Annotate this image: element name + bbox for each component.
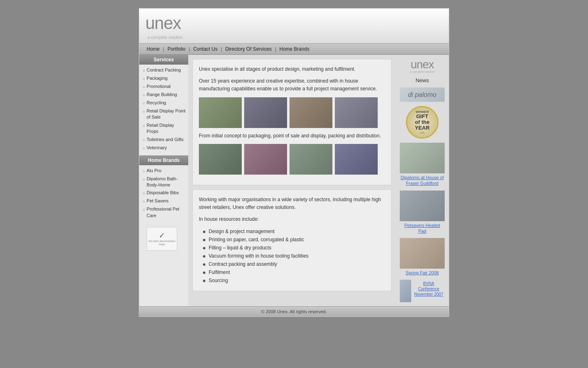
news-item-springfair[interactable]: Spring Fair 2008 xyxy=(400,238,445,276)
footer: © 2008 Unex. All rights reserved. xyxy=(139,306,449,316)
bullet-icon: ○ xyxy=(143,137,145,143)
bullet-dot-icon xyxy=(203,247,205,249)
sidebar-item-toiletries[interactable]: ○ Toiletries and Gifts xyxy=(139,136,188,144)
bullet-icon: ○ xyxy=(143,191,145,196)
sidebar-item-contract-packing[interactable]: ○ Contract Packing xyxy=(139,66,188,74)
site-logo: unex xyxy=(145,15,183,32)
sidebar-item-label: Retail Display Props xyxy=(147,122,186,135)
photo-7 xyxy=(290,144,332,175)
bullet-icon: ○ xyxy=(143,68,145,74)
news-thumb-image xyxy=(400,143,445,173)
nav-portfolio[interactable]: Portfolio xyxy=(164,46,189,52)
sidebar-item-label: Retail Display Point of Sale xyxy=(147,108,186,121)
footer-text: © 2008 Unex. All rights reserved. xyxy=(261,309,327,314)
news-item-bvna[interactable]: BVNA Conference November 2007 xyxy=(400,280,445,302)
from-concept: From initial concept to packaging, point… xyxy=(199,132,385,140)
photo-6 xyxy=(244,144,287,175)
sidebar-item-recycling[interactable]: ○ Recycling xyxy=(139,99,188,107)
bullet-icon: ○ xyxy=(143,109,145,114)
sidebar-item-label: Range Building xyxy=(147,92,186,98)
sidebar-item-label: Disposable Bibs xyxy=(147,190,186,196)
sidebar-item-veterinary[interactable]: ○ Veterinary xyxy=(139,144,188,152)
sidebar-item-packaging[interactable]: ○ Packaging xyxy=(139,74,188,83)
intro-box: Unex specialise in all stages of product… xyxy=(192,59,392,185)
photo-5 xyxy=(199,144,242,175)
photo-4 xyxy=(335,97,378,128)
list-item: Printing on paper, card, corrugated & pl… xyxy=(203,236,385,244)
main-navigation: Home | Portfolio | Contact Us | Director… xyxy=(139,43,449,55)
sidebar-item-label: Alu Pro xyxy=(147,168,186,174)
intro-p2: Over 15 years experience and creative ex… xyxy=(199,77,385,93)
bullet-icon: ○ xyxy=(143,168,145,174)
bullet-dot-icon xyxy=(203,280,205,282)
dipalomo-brand-logo: di palomo xyxy=(400,88,445,102)
sidebar-item-pet-savers[interactable]: ○ Pet Savers xyxy=(139,197,188,205)
working-box: Working with major organisations in a wi… xyxy=(192,189,392,292)
sidebar-homebrands-header: Home Brands xyxy=(139,155,188,165)
checkmark-icon: ✓ xyxy=(159,231,165,240)
sidebar-item-label: Toiletries and Gifts xyxy=(147,137,186,143)
photo-8 xyxy=(335,144,378,175)
news-thumb-label[interactable]: Dipalomo at House of Fraser Guildford xyxy=(400,175,445,186)
sidebar-item-dipalomo[interactable]: ○ Dipalomo Bath-Body-Home xyxy=(139,175,188,189)
gift-of-year-badge: WINNER GIFTof theYEAR GA xyxy=(406,106,439,139)
bullet-icon: ○ xyxy=(143,207,145,213)
sidebar-item-label: Veterinary xyxy=(147,145,186,151)
list-item: Design & project management xyxy=(203,227,385,236)
bullet-list: Design & project management Printing on … xyxy=(203,227,385,285)
center-content: Unex specialise in all stages of product… xyxy=(188,55,396,306)
main-content: Services ○ Contract Packing ○ Packaging … xyxy=(139,55,449,306)
news-thumb-image xyxy=(400,238,445,269)
working-p1: Working with major organisations in a wi… xyxy=(199,196,385,211)
right-logo: unex xyxy=(410,59,434,70)
sidebar-item-alupro[interactable]: ○ Alu Pro xyxy=(139,167,188,175)
photo-2 xyxy=(244,97,287,128)
image-strip-1 xyxy=(199,97,385,128)
photo-3 xyxy=(290,97,332,128)
intro-p1: Unex specialise in all stages of product… xyxy=(199,65,385,73)
list-item: Contract packing and assembly xyxy=(203,260,385,268)
bullet-icon: ○ xyxy=(143,146,145,151)
news-thumb-label[interactable]: BVNA Conference November 2007 xyxy=(413,281,445,297)
bullet-dot-icon xyxy=(203,255,205,258)
bullet-icon: ○ xyxy=(143,123,145,129)
gift-text: GIFTof theYEAR xyxy=(415,114,430,131)
sidebar-item-professional-pet-care[interactable]: ○ Professional Pet Care xyxy=(139,205,188,220)
news-thumb-label[interactable]: Spring Fair 2008 xyxy=(400,270,445,276)
bullet-dot-icon xyxy=(203,263,205,266)
news-item-petsavers[interactable]: Petsavers Heated Pad xyxy=(400,191,445,234)
news-item-dipalomo[interactable]: Dipalomo at House of Fraser Guildford xyxy=(400,143,445,186)
photo-1 xyxy=(199,97,242,128)
nav-contact[interactable]: Contact Us xyxy=(190,46,220,52)
sidebar: Services ○ Contract Packing ○ Packaging … xyxy=(139,55,188,306)
sidebar-item-label: Packaging xyxy=(147,75,186,81)
bullet-dot-icon xyxy=(203,272,205,274)
right-logo-tagline: a complete solution xyxy=(410,70,434,73)
nav-directory[interactable]: Directory Of Services xyxy=(222,46,275,52)
iso-badge: ✓ ISO 9001 REGISTERED FIRM xyxy=(147,227,177,251)
sidebar-item-label: Recycling xyxy=(147,100,186,106)
sidebar-item-range-building[interactable]: ○ Range Building xyxy=(139,91,188,99)
nav-home[interactable]: Home xyxy=(143,46,163,52)
list-item: Vacuum forming with in house tooling fac… xyxy=(203,252,385,260)
sidebar-item-retail-props[interactable]: ○ Retail Display Props xyxy=(139,121,188,136)
iso-label: ISO 9001 REGISTERED FIRM xyxy=(147,240,177,247)
bullet-icon: ○ xyxy=(143,177,145,182)
nav-homebrands[interactable]: Home Brands xyxy=(276,46,312,52)
header: unex a complete solution xyxy=(139,9,449,43)
sidebar-services-header: Services xyxy=(139,55,188,65)
sidebar-item-retail-pos[interactable]: ○ Retail Display Point of Sale xyxy=(139,107,188,121)
list-item: Sourcing xyxy=(203,276,385,285)
news-label: News xyxy=(416,77,429,83)
gift-sub: GA xyxy=(420,131,425,135)
sidebar-item-disposable-bibs[interactable]: ○ Disposable Bibs xyxy=(139,189,188,197)
sidebar-item-label: Professional Pet Care xyxy=(147,206,186,219)
sidebar-item-promotional[interactable]: ○ Promotional xyxy=(139,83,188,91)
inhouse-label: In house resources include: xyxy=(199,215,385,223)
news-thumb-label[interactable]: Petsavers Heated Pad xyxy=(400,222,445,234)
site-tagline: a complete solution xyxy=(147,35,183,40)
bullet-icon: ○ xyxy=(143,101,145,106)
bullet-icon: ○ xyxy=(143,76,145,82)
sidebar-item-label: Pet Savers xyxy=(147,198,186,204)
news-thumb-image xyxy=(400,191,445,221)
